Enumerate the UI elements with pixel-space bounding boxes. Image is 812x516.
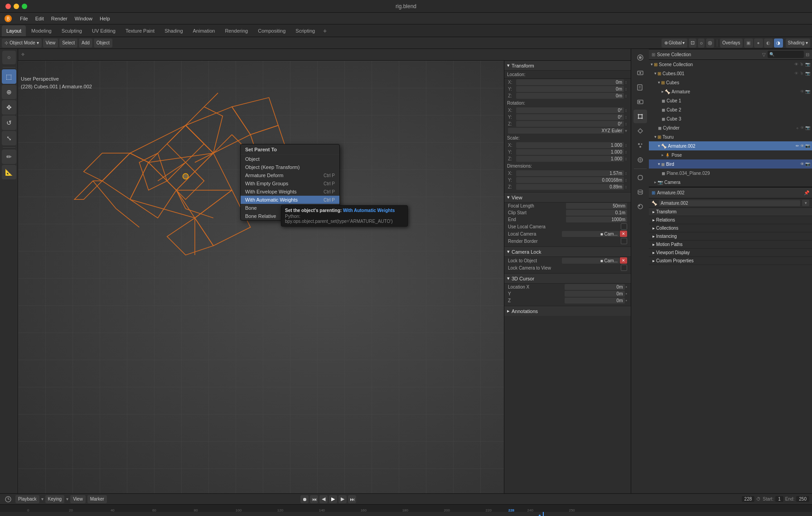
ctx-armature-deform[interactable]: Armature Deform Ctrl P <box>241 171 339 179</box>
rotation-y[interactable]: 0° <box>516 114 624 120</box>
outliner-search[interactable]: 🔍 <box>768 51 804 58</box>
rotation-x[interactable]: 0° <box>516 107 624 113</box>
outliner-item-camera[interactable]: ▸ 📷 Camera <box>649 178 812 187</box>
outliner-item-bird[interactable]: ▾ ◼ Bird 👁📷 <box>649 159 812 169</box>
scale-z[interactable]: 1.000 <box>516 156 624 162</box>
local-camera-clear[interactable]: ✕ <box>620 231 627 237</box>
scene-props-tab[interactable] <box>633 51 647 64</box>
outliner-item-cube1[interactable]: ◼ Cube 1 <box>649 96 812 105</box>
end-frame[interactable]: 250 <box>796 496 809 502</box>
move-tool-button[interactable]: ✥ <box>2 100 16 115</box>
step-forward-button[interactable]: ▶ <box>338 495 347 503</box>
material-props-tab[interactable] <box>633 200 647 213</box>
outliner-item-pose[interactable]: ▸ 🧍 Pose <box>649 150 812 159</box>
lock-camera-to-view-checkbox[interactable] <box>621 265 627 271</box>
data-props-tab[interactable] <box>633 185 647 199</box>
dim-z[interactable]: 0.89m <box>516 184 624 190</box>
view-layer-tab[interactable] <box>633 95 647 109</box>
outliner-item-cube2[interactable]: ◼ Cube 2 <box>649 105 812 114</box>
marker-menu[interactable]: Marker <box>87 495 107 503</box>
scale-tool-button[interactable]: ⤡ <box>2 131 16 145</box>
rendered-mode[interactable]: ◑ <box>774 39 783 48</box>
outliner-item-cylinder[interactable]: ◼ Cylinder ⬦ 👁📷 <box>649 123 812 132</box>
cursor-z-value[interactable]: 0m <box>565 298 625 304</box>
select-menu[interactable]: Select <box>59 39 77 48</box>
scale-x[interactable]: 1.000 <box>516 142 624 148</box>
outliner-item-scene-collection[interactable]: ▾ ⊞ Scene Collection 👁 🖱 📷 <box>649 60 812 69</box>
cursor-y-value[interactable]: 0m <box>565 291 625 297</box>
overlays-button[interactable]: Overlays <box>720 39 742 48</box>
material-mode[interactable]: ◐ <box>764 39 773 48</box>
tab-compositing[interactable]: Compositing <box>253 25 290 36</box>
use-local-camera-checkbox[interactable] <box>621 223 627 230</box>
add-workspace-button[interactable]: + <box>320 26 329 35</box>
jump-end-button[interactable]: ⏭ <box>348 495 356 503</box>
tab-uv-editing[interactable]: UV Editing <box>87 25 120 36</box>
object-menu[interactable]: Object <box>94 39 112 48</box>
tab-modeling[interactable]: Modeling <box>27 25 56 36</box>
particles-props-tab[interactable] <box>633 139 647 152</box>
physics-props-tab[interactable] <box>633 153 647 167</box>
tab-layout[interactable]: Layout <box>2 25 26 36</box>
modifier-props-tab[interactable] <box>633 124 647 138</box>
start-frame[interactable]: 1 <box>775 496 783 502</box>
obj-collections-header[interactable]: ▸ Collections <box>649 224 812 232</box>
output-props-tab[interactable] <box>633 81 647 94</box>
current-frame[interactable]: 228 <box>742 496 755 502</box>
tab-animation[interactable]: Animation <box>188 25 220 36</box>
ctx-object-keep[interactable]: Object (Keep Transform) <box>241 163 339 171</box>
view-section-header[interactable]: ▾ View <box>504 192 631 203</box>
obj-viewport-display-header[interactable]: ▸ Viewport Display <box>649 249 812 257</box>
record-button[interactable]: ⏺ <box>300 495 309 503</box>
clip-end-value[interactable]: 1000m <box>566 217 628 222</box>
maximize-button[interactable] <box>22 4 27 9</box>
camera-lock-section-header[interactable]: ▾ Camera Lock <box>504 246 631 257</box>
scale-y[interactable]: 1.000 <box>516 149 624 155</box>
clip-start-value[interactable]: 0.1m <box>566 210 628 216</box>
ctx-empty-groups[interactable]: With Empty Groups Ctrl P <box>241 179 339 188</box>
proportional-edit-button[interactable]: ○ <box>698 39 705 48</box>
ctx-object[interactable]: Object <box>241 155 339 163</box>
dim-x[interactable]: 1.57m <box>516 170 624 176</box>
obj-custom-props-header[interactable]: ▸ Custom Properties <box>649 257 812 265</box>
outliner-item-cubes[interactable]: ▾ ⊞ Cubes <box>649 78 812 87</box>
close-button[interactable] <box>5 4 11 9</box>
local-camera-value[interactable]: ■ Cam... <box>562 231 619 237</box>
keying-menu[interactable]: Keying <box>45 495 65 503</box>
location-x[interactable]: 0m <box>516 79 624 85</box>
step-back-button[interactable]: ◀ <box>319 495 328 503</box>
annotations-section-header[interactable]: ▸ Annotations <box>504 306 631 316</box>
outliner-item-cube3[interactable]: ◼ Cube 3 <box>649 114 812 123</box>
timeline-track[interactable] <box>0 512 812 516</box>
tab-texture-paint[interactable]: Texture Paint <box>121 25 159 36</box>
menu-help[interactable]: Help <box>96 15 114 22</box>
obj-transform-header[interactable]: ▸ Transform <box>649 208 812 216</box>
shading-dropdown[interactable]: Shading ▾ <box>786 39 810 48</box>
euler-type[interactable]: XYZ Euler <box>508 128 624 134</box>
cursor3d-section-header[interactable]: ▾ 3D Cursor <box>504 273 631 284</box>
menu-window[interactable]: Window <box>71 15 96 22</box>
tab-scripting[interactable]: Scripting <box>291 25 319 36</box>
timeline-ruler[interactable]: 0 20 40 60 80 100 120 140 160 180 200 22… <box>0 505 812 512</box>
obj-motion-paths-header[interactable]: ▸ Motion Paths <box>649 241 812 249</box>
annotate-tool-button[interactable]: ✏ <box>2 149 16 164</box>
select-tool-button[interactable]: ⬚ <box>2 69 16 84</box>
measure-tool-button[interactable]: 📐 <box>2 165 16 179</box>
outliner-item-tsuru[interactable]: ▾ ⊞ Tsuru <box>649 132 812 141</box>
tab-rendering[interactable]: Rendering <box>220 25 252 36</box>
lock-object-clear[interactable]: ✕ <box>620 257 627 264</box>
menu-render[interactable]: Render <box>48 15 71 22</box>
rotation-z[interactable]: 0° <box>516 121 624 127</box>
transform-selector[interactable]: ⊕ Global ▾ <box>662 39 688 48</box>
wireframe-mode[interactable]: ▣ <box>744 39 753 48</box>
viewport[interactable]: ✧ User Perspective (228) Cubes.001 | Arm… <box>18 49 631 493</box>
render-border-checkbox[interactable] <box>621 238 627 244</box>
location-y[interactable]: 0m <box>516 86 624 92</box>
minimize-button[interactable] <box>14 4 19 9</box>
obj-name-input[interactable]: Armature.002 <box>659 200 800 206</box>
menu-file[interactable]: File <box>16 15 32 22</box>
constraints-props-tab[interactable] <box>633 171 647 184</box>
window-controls[interactable] <box>5 4 27 9</box>
play-button[interactable]: ▶ <box>329 495 337 503</box>
menu-edit[interactable]: Edit <box>32 15 48 22</box>
